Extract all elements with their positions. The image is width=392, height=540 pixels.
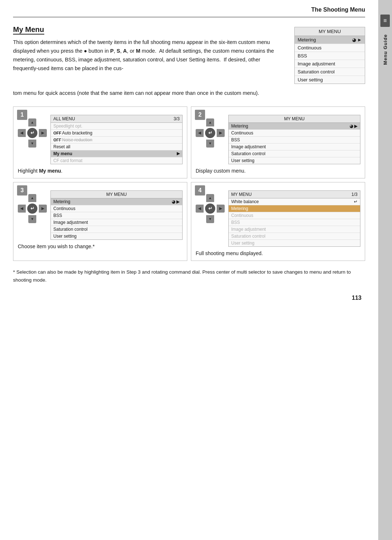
dpad-up-2: ▲ [206, 118, 214, 126]
dpad-down-3: ▼ [28, 215, 36, 223]
step-2-box: 2 ▲ ▼ ◀ ▶ ↵ MY [191, 106, 365, 178]
dpad-down: ▼ [28, 140, 36, 148]
step-4-dpad: ▲ ▼ ◀ ▶ ↵ [196, 194, 225, 223]
dpad-right-2: ▶ [217, 129, 225, 137]
dpad-up-3: ▲ [28, 194, 36, 202]
dpad-right-4: ▶ [217, 205, 225, 213]
dpad-center-2: ↵ [205, 128, 215, 138]
my-menu-user-3: User setting [51, 233, 182, 239]
full-menu-saturation: Saturation control [229, 233, 360, 240]
full-menu-whitebalance: White balance ↵ [229, 198, 360, 205]
my-menu-continuous-3: Continuous [51, 205, 182, 212]
step-1-content: ▲ ▼ ◀ ▶ ↵ ALL MENU 3/3 [18, 115, 183, 164]
dpad-down-4: ▼ [206, 215, 214, 223]
header-title: The Shooting Menu [311, 7, 365, 13]
step-4-content: ▲ ▼ ◀ ▶ ↵ MY MENU 1/3 [196, 190, 360, 247]
step-1-caption: Highlight My menu. [18, 168, 183, 174]
top-menu-box: MY MENU Metering ◕ ► Continuous BSS Imag… [294, 27, 365, 84]
my-menu-bss-2: BSS [229, 137, 360, 144]
top-menu-item-metering: Metering ◕ ► [295, 36, 365, 44]
step-2-menu: MY MENU Metering ◕ ▶ Continuous BSS Imag… [228, 115, 360, 164]
step-4-menu: MY MENU 1/3 White balance ↵ Metering Con… [228, 190, 360, 247]
all-menu-mymenu: My menu ▶ [51, 150, 182, 157]
dpad-2: ▲ ▼ ◀ ▶ ↵ [196, 118, 225, 148]
page-title: My Menu [13, 25, 44, 35]
full-menu-metering: Metering [229, 205, 360, 212]
step-3-box: 3 ▲ ▼ ◀ ▶ ↵ MY [13, 182, 187, 261]
my-menu-box-2: MY MENU Metering ◕ ▶ Continuous BSS Imag… [228, 115, 360, 164]
dpad-right: ▶ [39, 129, 47, 137]
side-tab: Menu Guide [378, 0, 392, 540]
full-menu-imageadj: Image adjustment [229, 226, 360, 233]
title-left: My Menu This option determines which of … [13, 25, 284, 73]
step-2-content: ▲ ▼ ◀ ▶ ↵ MY MENU Metering [196, 115, 360, 164]
step-4-box: 4 ▲ ▼ ◀ ▶ ↵ [191, 182, 365, 261]
dpad-left-4: ◀ [196, 205, 204, 213]
title-section: My Menu This option determines which of … [13, 25, 365, 84]
step-2-caption: Display custom menu. [196, 168, 360, 174]
dpad-3: ▲ ▼ ◀ ▶ ↵ [18, 194, 47, 223]
all-menu-cfcard: CF card format [51, 157, 182, 164]
all-menu-speedlight: Speedlight opt. [51, 123, 182, 130]
step-1-box: 1 ▲ ▼ ◀ ▶ ↵ [13, 106, 187, 178]
dpad-4: ▲ ▼ ◀ ▶ ↵ [196, 194, 225, 223]
main-content: The Shooting Menu My Menu This option de… [0, 0, 378, 316]
continuation-text: tom menu for quick access (note that the… [13, 89, 365, 98]
top-menu-item-bss: BSS [295, 52, 365, 60]
top-menu-item-user: User setting [295, 76, 365, 84]
dpad-center: ↵ [27, 128, 37, 138]
dpad-up-4: ▲ [206, 194, 214, 202]
full-menu-header: MY MENU 1/3 [229, 191, 360, 198]
top-menu-title: MY MENU [295, 27, 365, 36]
full-menu-box: MY MENU 1/3 White balance ↵ Metering Con… [228, 190, 360, 247]
my-menu-imageadj-3: Image adjustment [51, 219, 182, 226]
my-menu-bss-3: BSS [51, 212, 182, 219]
dpad-left-3: ◀ [18, 205, 26, 213]
all-menu-header: ALL MENU 3/3 [51, 115, 182, 123]
all-menu-box: ALL MENU 3/3 Speedlight opt. OFFAuto bra… [50, 115, 183, 164]
my-menu-box-3: MY MENU Metering ◕ ▶ Continuous BSS Imag… [50, 190, 183, 240]
all-menu-resetall: Reset all [51, 144, 182, 150]
step-1-menu: ALL MENU 3/3 Speedlight opt. OFFAuto bra… [50, 115, 183, 164]
step-4-caption: Full shooting menu displayed. [196, 250, 360, 256]
dpad-center-4: ↵ [205, 203, 215, 214]
steps-grid: 1 ▲ ▼ ◀ ▶ ↵ [13, 106, 365, 261]
step-3-dpad: ▲ ▼ ◀ ▶ ↵ [18, 194, 47, 223]
full-menu-user: User setting [229, 240, 360, 246]
menu-guide-icon [380, 15, 390, 27]
dpad-right-3: ▶ [39, 205, 47, 213]
dpad-down-2: ▼ [206, 140, 214, 148]
top-menu-item-saturation: Saturation control [295, 68, 365, 76]
page-header: The Shooting Menu [13, 0, 365, 17]
dpad-up: ▲ [28, 118, 36, 126]
dpad-center-3: ↵ [27, 203, 37, 214]
top-menu-item-image-adj: Image adjustment [295, 60, 365, 68]
intro-text: This option determines which of the twen… [13, 38, 284, 73]
my-menu-saturation-3: Saturation control [51, 226, 182, 233]
footnote: * Selection can also be made by highligh… [13, 268, 365, 284]
step-3-content: ▲ ▼ ◀ ▶ ↵ MY MENU Metering [18, 190, 183, 240]
side-tab-label: Menu Guide [383, 34, 388, 65]
my-menu-user-2: User setting [229, 157, 360, 164]
dpad-1: ▲ ▼ ◀ ▶ ↵ [18, 118, 47, 148]
page-number: 113 [13, 295, 365, 301]
my-menu-metering-3: Metering ◕ ▶ [51, 198, 182, 205]
top-menu-item-continuous: Continuous [295, 44, 365, 52]
dpad-left-2: ◀ [196, 129, 204, 137]
my-menu-continuous-2: Continuous [229, 130, 360, 137]
my-menu-saturation-2: Saturation control [229, 150, 360, 157]
my-menu-imageadj-2: Image adjustment [229, 144, 360, 150]
all-menu-noisereduction: OFFNoise reduction [51, 137, 182, 144]
step-3-menu: MY MENU Metering ◕ ▶ Continuous BSS Imag… [50, 190, 183, 240]
full-menu-continuous: Continuous [229, 212, 360, 219]
full-menu-bss: BSS [229, 219, 360, 226]
step-3-caption: Choose item you wish to change.* [18, 243, 183, 249]
dpad-left: ◀ [18, 129, 26, 137]
step-2-dpad: ▲ ▼ ◀ ▶ ↵ [196, 118, 225, 148]
my-menu-header-3: MY MENU [51, 191, 182, 198]
my-menu-header-2: MY MENU [229, 115, 360, 123]
my-menu-metering-2: Metering ◕ ▶ [229, 123, 360, 130]
step-1-dpad: ▲ ▼ ◀ ▶ ↵ [18, 118, 47, 148]
all-menu-autobracketing: OFFAuto bracketing [51, 130, 182, 137]
